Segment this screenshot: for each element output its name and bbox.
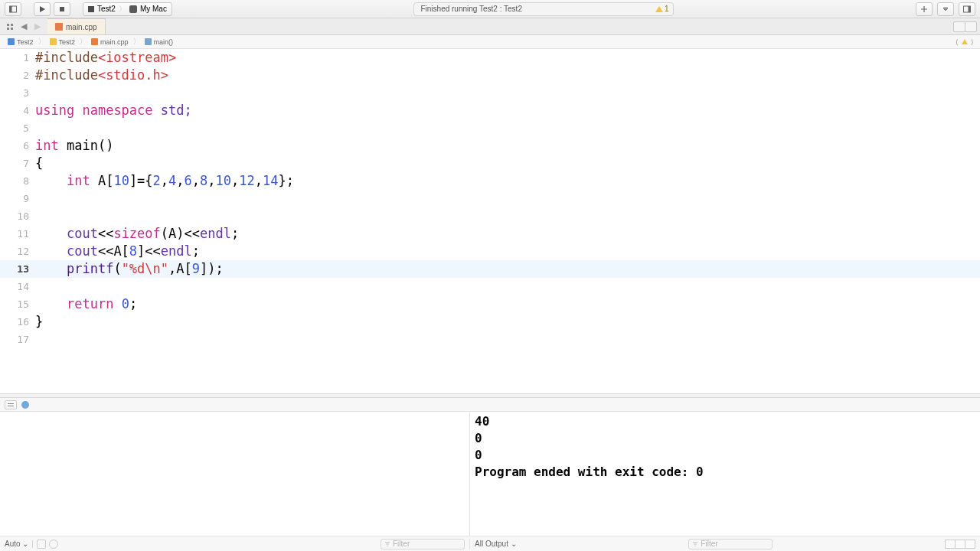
nav-forward-button[interactable]: ▶	[31, 21, 44, 33]
scheme-selector[interactable]: Test2 〉 My Mac	[83, 2, 172, 16]
svg-rect-11	[8, 406, 14, 406]
breakpoint-indicator[interactable]	[21, 401, 29, 409]
panel-toggle-left-button[interactable]	[5, 2, 21, 16]
line-num: 7	[0, 155, 35, 172]
auto-selector[interactable]: Auto ⌄	[5, 540, 28, 548]
console-filter-input[interactable]: Filter	[688, 539, 773, 549]
line-num: 2	[0, 67, 35, 84]
filter-icon	[692, 541, 698, 547]
variables-pane[interactable]	[0, 412, 470, 536]
debug-toggle-button[interactable]	[5, 400, 17, 409]
bc-group[interactable]: Test2	[47, 38, 79, 46]
debug-area: 40 0 0 Program ended with exit code: 0 A…	[0, 398, 980, 551]
pane-left-button[interactable]	[955, 540, 965, 549]
folder-icon	[50, 38, 57, 45]
svg-rect-9	[11, 28, 13, 30]
line-num: 6	[0, 137, 35, 155]
stop-button[interactable]	[54, 2, 70, 16]
line-num: 9	[0, 190, 35, 207]
filter-icon	[384, 541, 390, 547]
jump-next-button[interactable]: ⟩	[969, 38, 975, 46]
cpp-file-icon	[55, 23, 63, 31]
toolbar: Test2 〉 My Mac Finished running Test2 : …	[0, 0, 980, 18]
variables-filter-input[interactable]: Filter	[381, 539, 465, 549]
svg-rect-5	[969, 6, 971, 12]
tab-label: main.cpp	[66, 23, 97, 31]
add-button[interactable]	[916, 2, 933, 16]
svg-rect-10	[8, 403, 14, 404]
line-num: 11	[0, 225, 35, 243]
activity-status[interactable]: Finished running Test2 : Test2 1	[413, 2, 674, 16]
jump-prev-button[interactable]: ⟨	[954, 38, 960, 46]
scheme-target: Test2	[97, 5, 116, 13]
line-num: 8	[0, 172, 35, 190]
console-output[interactable]: 40 0 0 Program ended with exit code: 0	[470, 412, 980, 536]
bc-project[interactable]: Test2	[5, 38, 37, 46]
nav-back-button[interactable]: ◀	[17, 21, 31, 33]
line-num: 4	[0, 102, 35, 119]
panel-toggle-right-button[interactable]	[959, 2, 975, 16]
line-num: 17	[0, 331, 35, 348]
line-num: 12	[0, 243, 35, 260]
bc-file[interactable]: main.cpp	[88, 38, 132, 46]
line-num: 15	[0, 295, 35, 313]
breadcrumb: Test2 〉 Test2 〉 main.cpp 〉 main() ⟨ ⟩	[0, 35, 980, 49]
code-editor[interactable]: 1#include<iostream> 2#include<stdio.h> 3…	[0, 49, 980, 393]
debug-footer: Auto ⌄ | Filter All Output ⌄ Filter	[0, 536, 980, 551]
vars-icon-1[interactable]	[37, 540, 46, 549]
editor-layout-button-1[interactable]	[953, 21, 965, 32]
warning-icon	[655, 6, 663, 12]
bc-symbol[interactable]: main()	[142, 38, 177, 46]
svg-rect-1	[10, 6, 12, 12]
editor-options-button[interactable]	[937, 2, 954, 16]
method-icon	[145, 38, 152, 45]
line-num: 16	[0, 313, 35, 331]
tab-main-cpp[interactable]: main.cpp	[47, 18, 106, 34]
related-items-button[interactable]	[3, 21, 17, 33]
vars-icon-2[interactable]	[49, 540, 58, 549]
warning-indicator[interactable]: 1	[655, 5, 669, 13]
line-num: 13	[0, 260, 35, 278]
line-num: 3	[0, 84, 35, 102]
pane-right-button[interactable]	[965, 540, 975, 549]
output-selector[interactable]: All Output ⌄	[475, 540, 517, 548]
svg-rect-8	[7, 28, 9, 30]
debug-toolbar	[0, 398, 980, 412]
line-num: 5	[0, 119, 35, 137]
line-num: 14	[0, 278, 35, 295]
status-text: Finished running Test2 : Test2	[420, 5, 522, 13]
line-num: 1	[0, 49, 35, 67]
cpp-icon	[91, 38, 98, 45]
svg-marker-2	[40, 6, 45, 12]
svg-rect-6	[7, 24, 9, 26]
project-icon	[8, 38, 15, 45]
issue-warning-icon[interactable]	[962, 39, 968, 44]
svg-rect-7	[11, 24, 13, 26]
scheme-destination: My Mac	[140, 5, 167, 13]
run-button[interactable]	[34, 2, 51, 16]
editor-layout-button-2[interactable]	[965, 21, 977, 32]
target-icon	[88, 6, 94, 12]
line-num: 10	[0, 207, 35, 225]
tabbar: ◀ ▶ main.cpp	[0, 18, 980, 35]
warning-count: 1	[665, 5, 669, 13]
svg-rect-3	[60, 7, 64, 11]
device-icon	[129, 5, 137, 13]
clear-console-button[interactable]	[945, 540, 956, 549]
